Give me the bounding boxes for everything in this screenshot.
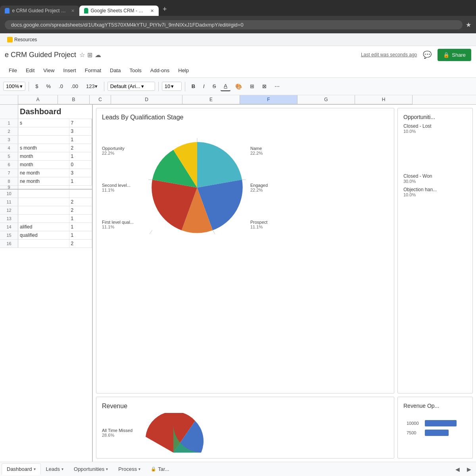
cell-C1[interactable]: 7: [69, 119, 92, 127]
tab-tar[interactable]: 🔒 Tar...: [146, 463, 174, 475]
cell-C2[interactable]: 3: [69, 127, 92, 135]
menu-insert[interactable]: Insert: [59, 65, 80, 76]
cell-A3[interactable]: [18, 136, 69, 144]
bookmark-star-icon[interactable]: ★: [466, 21, 471, 29]
cell-A14[interactable]: alified: [18, 223, 69, 231]
col-header-G[interactable]: G: [298, 95, 355, 104]
format123-button[interactable]: 123▾: [83, 82, 101, 91]
decimal1-button[interactable]: .0: [56, 82, 66, 91]
fill-color-button[interactable]: 🎨: [232, 82, 245, 91]
merge-button[interactable]: ⊠: [259, 82, 270, 91]
cell-A1[interactable]: s: [18, 119, 69, 127]
menu-edit[interactable]: Edit: [22, 65, 38, 76]
col-header-D[interactable]: D: [111, 95, 182, 104]
decimal2-button[interactable]: .00: [68, 82, 81, 91]
cell-C12[interactable]: 2: [69, 206, 92, 214]
col-header-B[interactable]: B: [58, 95, 90, 104]
cell-C13[interactable]: 1: [69, 215, 92, 223]
tab-2-close[interactable]: ✕: [150, 8, 154, 13]
menu-format[interactable]: Format: [81, 65, 105, 76]
rev-op-val-1: 10000: [407, 421, 422, 426]
strikethrough-button[interactable]: S: [209, 82, 219, 91]
table-row: 11 2: [0, 198, 92, 206]
tab-dashboard[interactable]: Dashboard ▾: [2, 463, 41, 475]
address-input[interactable]: [5, 20, 463, 29]
tab-2[interactable]: Google Sheets CRM - Google Sh... ✕: [79, 6, 159, 16]
cell-A2[interactable]: [18, 127, 69, 135]
menu-data[interactable]: Data: [106, 65, 125, 76]
star-icon[interactable]: ☆: [79, 51, 85, 59]
tab-1-close[interactable]: ✕: [71, 8, 75, 13]
italic-button[interactable]: I: [200, 82, 208, 91]
underline-button[interactable]: A: [221, 81, 230, 91]
cell-A12[interactable]: [18, 206, 69, 214]
cell-A4[interactable]: s month: [18, 144, 69, 152]
cell-A13[interactable]: [18, 215, 69, 223]
cell-C3[interactable]: 1: [69, 136, 92, 144]
col-header-H[interactable]: H: [355, 95, 413, 104]
pie-label-engaged-text: Engaged: [250, 183, 280, 188]
tab-leads-arrow[interactable]: ▾: [61, 467, 63, 471]
tab-opportunities[interactable]: Opportunities ▾: [69, 463, 113, 475]
tab-process[interactable]: Process ▾: [113, 463, 146, 475]
currency-button[interactable]: $: [32, 82, 41, 91]
cloud-icon[interactable]: ☁: [95, 51, 101, 59]
tab-process-arrow[interactable]: ▾: [138, 467, 140, 471]
cell-C7[interactable]: 3: [69, 169, 92, 177]
move-icon[interactable]: ⊞: [87, 51, 92, 59]
col-header-F[interactable]: F: [240, 95, 298, 104]
cell-C11[interactable]: 2: [69, 198, 92, 206]
tab-opportunities-arrow[interactable]: ▾: [106, 467, 108, 471]
bookmark-resources[interactable]: Resources: [5, 36, 39, 43]
cell-C9[interactable]: [69, 186, 92, 189]
bold-button[interactable]: B: [188, 82, 198, 91]
last-edit-text: Last edit was seconds ago: [361, 52, 417, 58]
tab-dashboard-label: Dashboard: [7, 466, 32, 472]
sheets-app: e CRM Guided Project ☆ ⊞ ☁ Last edit was…: [0, 46, 476, 476]
percent-button[interactable]: %: [43, 82, 54, 91]
cell-C14[interactable]: 1: [69, 223, 92, 231]
new-tab-button[interactable]: +: [159, 3, 171, 16]
pie-label-opportunity-pct: 22.2%: [102, 151, 144, 155]
rev-label-area: All Time Missed 28.6%: [102, 428, 142, 438]
cell-C5[interactable]: 1: [69, 152, 92, 160]
cell-A8[interactable]: ne month: [18, 177, 69, 185]
cell-C4[interactable]: 2: [69, 144, 92, 152]
row-header-space: [0, 95, 18, 104]
cell-C10[interactable]: [69, 190, 92, 198]
sheet-nav-prev[interactable]: ◀: [452, 464, 463, 474]
sheet-nav-next[interactable]: ▶: [464, 464, 474, 474]
cell-A11[interactable]: [18, 198, 69, 206]
col-header-A[interactable]: A: [18, 95, 58, 104]
cell-C15[interactable]: 1: [69, 231, 92, 239]
zoom-selector[interactable]: 100% ▾: [3, 82, 25, 91]
doc-title: e CRM Guided Project: [5, 51, 76, 59]
menu-file[interactable]: File: [5, 65, 21, 76]
col-header-C[interactable]: C: [90, 95, 111, 104]
bookmark-favicon: [7, 37, 13, 42]
tab-leads[interactable]: Leads ▾: [41, 463, 69, 475]
cell-A7[interactable]: ne month: [18, 169, 69, 177]
cell-C16[interactable]: 2: [69, 240, 92, 248]
cell-C6[interactable]: 0: [69, 161, 92, 169]
share-button[interactable]: 🔒 Share: [438, 49, 471, 61]
col-header-E[interactable]: E: [182, 95, 240, 104]
tab-1[interactable]: e CRM Guided Project - Go... ✕: [0, 6, 79, 16]
cell-A9[interactable]: [18, 186, 69, 189]
cell-A16[interactable]: [18, 240, 69, 248]
menu-addons[interactable]: Add-ons: [146, 65, 173, 76]
borders-button[interactable]: ⊞: [247, 82, 257, 91]
cell-A5[interactable]: month: [18, 152, 69, 160]
cell-A15[interactable]: qualified: [18, 231, 69, 239]
font-size-selector[interactable]: 10 ▾: [162, 82, 182, 91]
cell-A6[interactable]: month: [18, 161, 69, 169]
font-selector[interactable]: Default (Ari... ▾: [107, 82, 155, 91]
menu-view[interactable]: View: [39, 65, 58, 76]
tab-dashboard-arrow[interactable]: ▾: [34, 467, 36, 471]
menu-tools[interactable]: Tools: [125, 65, 145, 76]
menu-help[interactable]: Help: [174, 65, 193, 76]
comments-button[interactable]: 💬: [420, 48, 434, 62]
cell-A10[interactable]: [18, 190, 69, 198]
cell-C8[interactable]: 1: [69, 177, 92, 185]
more-options-button[interactable]: ⋯: [271, 82, 283, 91]
